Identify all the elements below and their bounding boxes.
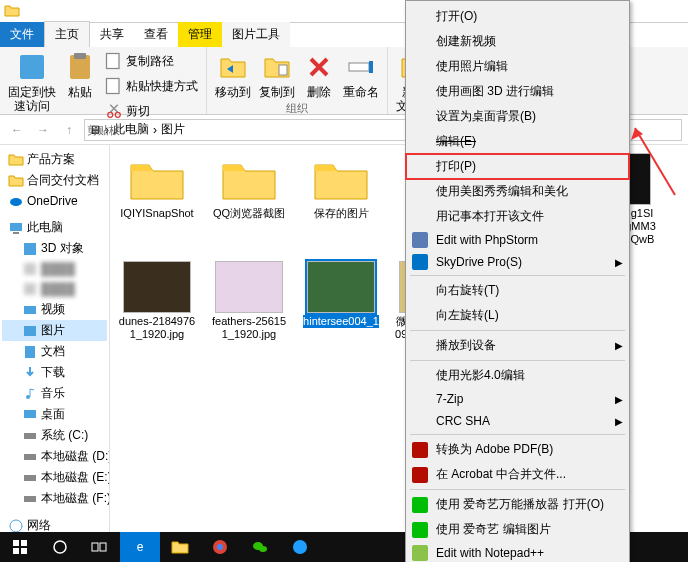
tree-sysc[interactable]: 系统 (C:) (2, 425, 107, 446)
submenu-arrow-icon: ▶ (615, 257, 623, 268)
cortana-button[interactable] (40, 532, 80, 562)
tree-quick2[interactable]: 合同交付文档 (2, 170, 107, 191)
svg-rect-34 (92, 543, 98, 551)
menu-item[interactable]: 转换为 Adobe PDF(B) (406, 437, 629, 462)
menu-item[interactable]: 使用画图 3D 进行编辑 (406, 79, 629, 104)
menu-item-label: Edit with PhpStorm (436, 233, 538, 247)
tree-downloads[interactable]: 下载 (2, 362, 107, 383)
menu-item[interactable]: 使用美图秀秀编辑和美化 (406, 179, 629, 204)
file-item[interactable]: IQIYISnapShot (118, 153, 196, 247)
menu-item[interactable]: 创建新视频 (406, 29, 629, 54)
moveto-button[interactable]: 移动到 (213, 49, 253, 101)
tree-docs[interactable]: 文档 (2, 341, 107, 362)
app-icon[interactable] (280, 532, 320, 562)
tree-diske[interactable]: 本地磁盘 (E:) (2, 467, 107, 488)
menu-item[interactable]: 使用照片编辑 (406, 54, 629, 79)
tree-3d[interactable]: 3D 对象 (2, 238, 107, 259)
svg-rect-23 (24, 410, 36, 418)
edge-icon[interactable]: e (120, 532, 160, 562)
tree-videos[interactable]: 视频 (2, 299, 107, 320)
menu-item[interactable]: 使用 爱奇艺 编辑图片 (406, 517, 629, 542)
menu-item-label: 向左旋转(L) (436, 307, 499, 324)
menu-item[interactable]: 在 Acrobat 中合并文件... (406, 462, 629, 487)
menu-item[interactable]: Edit with Notepad++ (406, 542, 629, 562)
svg-rect-19 (24, 306, 36, 314)
menu-item[interactable]: 7-Zip▶ (406, 388, 629, 410)
file-item[interactable]: hintersee004_1 (302, 261, 380, 355)
menu-item[interactable]: 使用 爱奇艺万能播放器 打开(O) (406, 492, 629, 517)
menu-item-icon (412, 522, 428, 538)
tab-manage[interactable]: 管理 (178, 22, 222, 47)
menu-item-label: 向右旋转(T) (436, 282, 499, 299)
tree-diskf[interactable]: 本地磁盘 (F:) (2, 488, 107, 509)
crumb-pictures[interactable]: 图片 (161, 121, 185, 138)
nav-tree[interactable]: 产品方案 合同交付文档 OneDrive 此电脑 3D 对象 ████ ████… (0, 145, 110, 539)
folder-icon (215, 153, 283, 205)
menu-item[interactable]: 播放到设备▶ (406, 333, 629, 358)
menu-item[interactable]: 编辑(E) (406, 129, 629, 154)
context-menu[interactable]: 打开(O)创建新视频使用照片编辑使用画图 3D 进行编辑设置为桌面背景(B)编辑… (405, 0, 630, 562)
paste-button[interactable]: 粘贴 (62, 49, 98, 101)
menu-item[interactable]: 设置为桌面背景(B) (406, 104, 629, 129)
menu-item[interactable]: 用记事本打开该文件 (406, 204, 629, 229)
tab-view[interactable]: 查看 (134, 22, 178, 47)
menu-item[interactable]: SkyDrive Pro(S)▶ (406, 251, 629, 273)
menu-item[interactable]: 打开(O) (406, 4, 629, 29)
tab-home[interactable]: 主页 (44, 21, 90, 47)
chrome-icon[interactable] (200, 532, 240, 562)
file-item[interactable]: dunes-21849761_1920.jpg (118, 261, 196, 355)
menu-item[interactable]: 向右旋转(T) (406, 278, 629, 303)
file-name: QQ浏览器截图 (213, 207, 285, 220)
taskview-button[interactable] (80, 532, 120, 562)
menu-item-label: 转换为 Adobe PDF(B) (436, 441, 553, 458)
file-name: 保存的图片 (314, 207, 369, 220)
menu-separator (410, 275, 625, 276)
svg-rect-9 (369, 61, 373, 73)
tree-thispc[interactable]: 此电脑 (2, 217, 107, 238)
folder-icon (4, 3, 20, 19)
wechat-icon[interactable] (240, 532, 280, 562)
menu-item[interactable]: CRC SHA▶ (406, 410, 629, 432)
svg-rect-35 (100, 543, 106, 551)
file-name: hintersee004_1 (303, 315, 379, 328)
tree-desktop[interactable]: 桌面 (2, 404, 107, 425)
file-item[interactable]: QQ浏览器截图 (210, 153, 288, 247)
tree-blurred2[interactable]: ████ (2, 279, 107, 299)
tree-onedrive[interactable]: OneDrive (2, 191, 107, 211)
pin-label: 固定到快 速访问 (8, 85, 56, 114)
file-item[interactable]: feathers-256151_1920.jpg (210, 261, 288, 355)
submenu-arrow-icon: ▶ (615, 394, 623, 405)
menu-item-label: 使用 爱奇艺 编辑图片 (436, 521, 551, 538)
tree-pictures[interactable]: 图片 (2, 320, 107, 341)
menu-item[interactable]: 向左旋转(L) (406, 303, 629, 328)
pin-button[interactable]: 固定到快 速访问 (6, 49, 58, 116)
menu-item-label: 编辑(E) (436, 133, 476, 150)
copyto-button[interactable]: 复制到 (257, 49, 297, 101)
tree-blurred1[interactable]: ████ (2, 259, 107, 279)
svg-rect-15 (13, 232, 19, 234)
tab-share[interactable]: 共享 (90, 22, 134, 47)
pasteshortcut-button[interactable]: 粘贴快捷方式 (102, 74, 200, 98)
folder-icon (123, 153, 191, 205)
svg-rect-21 (25, 346, 35, 358)
rename-button[interactable]: 重命名 (341, 49, 381, 101)
copypath-button[interactable]: 复制路径 (102, 49, 200, 73)
explorer-icon[interactable] (160, 532, 200, 562)
cut-button[interactable]: 剪切 (102, 99, 200, 123)
menu-item[interactable]: 使用光影4.0编辑 (406, 363, 629, 388)
menu-item[interactable]: 打印(P) (406, 154, 629, 179)
tree-music[interactable]: 音乐 (2, 383, 107, 404)
tree-quick1[interactable]: 产品方案 (2, 149, 107, 170)
file-item[interactable]: 保存的图片 (302, 153, 380, 247)
delete-button[interactable]: 删除 (301, 49, 337, 101)
svg-rect-14 (10, 223, 22, 231)
image-thumbnail (123, 261, 191, 313)
tab-file[interactable]: 文件 (0, 22, 44, 47)
svg-rect-32 (21, 548, 27, 554)
start-button[interactable] (0, 532, 40, 562)
menu-separator (410, 489, 625, 490)
tree-diskd[interactable]: 本地磁盘 (D:) (2, 446, 107, 467)
svg-point-37 (217, 544, 223, 550)
tab-picturetools[interactable]: 图片工具 (222, 22, 290, 47)
menu-item[interactable]: Edit with PhpStorm (406, 229, 629, 251)
